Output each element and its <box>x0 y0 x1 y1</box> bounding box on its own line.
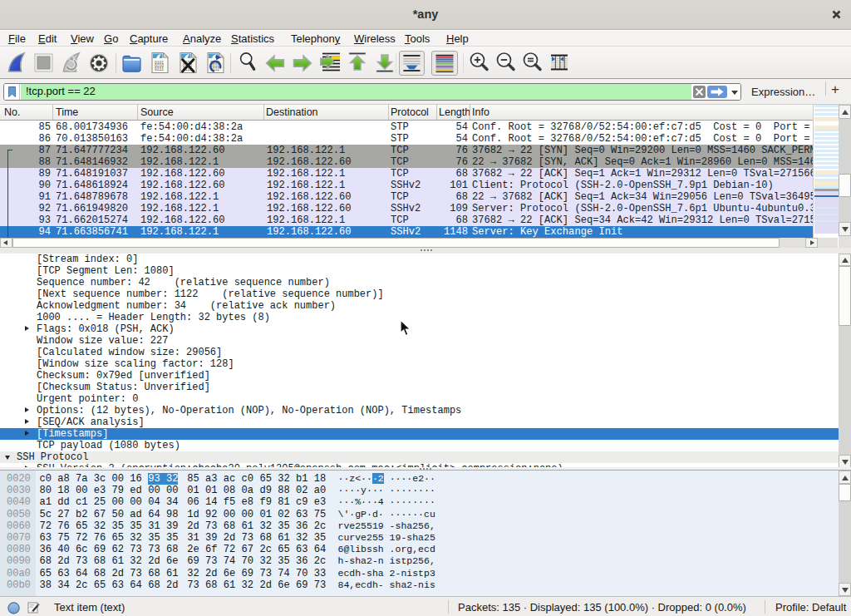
svg-text:0111: 0111 <box>155 67 164 71</box>
